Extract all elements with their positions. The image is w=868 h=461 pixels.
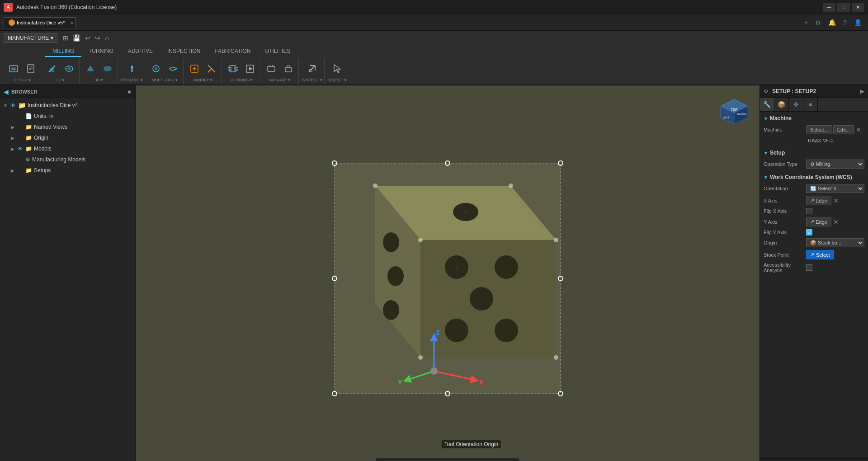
accessibility-checkbox[interactable]: [806, 264, 812, 271]
svg-rect-22: [268, 66, 275, 71]
drill-btn[interactable]: [124, 61, 140, 77]
folder-icon-setups: 📁: [25, 167, 32, 174]
notification-button[interactable]: 🔔: [826, 18, 839, 27]
tree-item-origin[interactable]: ▶ 📁 Origin: [0, 132, 135, 143]
svg-text:G1 G2: G1 G2: [228, 66, 238, 71]
document-tab[interactable]: Instructables Dice v5* ✕: [4, 17, 76, 28]
folder-icon-models: 📁: [25, 146, 32, 152]
close-button[interactable]: ✕: [852, 3, 864, 12]
save-button[interactable]: 💾: [71, 33, 82, 42]
tab-utilities[interactable]: UTILITIES: [258, 46, 298, 57]
svg-point-48: [470, 287, 493, 310]
panel-tab-post[interactable]: ≡: [803, 98, 818, 111]
setup-icon-btn[interactable]: G: [5, 61, 22, 77]
tool-label-text: Tool Orientation Origin: [444, 441, 498, 447]
drilling-group: DRILLING ▾: [119, 58, 145, 85]
tab-fabrication[interactable]: FABRICATION: [208, 46, 258, 57]
3d-icon-btn[interactable]: [82, 61, 99, 77]
app-icon: A: [4, 3, 13, 12]
tree-item-named-views[interactable]: ▶ 📁 Named Views: [0, 122, 135, 132]
setup-section: ▼ Setup Operation Type ⚙ Milling: [764, 150, 864, 169]
flip-x-control: [806, 208, 864, 214]
svg-point-66: [418, 238, 423, 242]
machine-btn[interactable]: [280, 61, 297, 77]
svg-point-47: [495, 255, 518, 279]
svg-marker-10: [87, 66, 94, 71]
sidebar-collapse-button[interactable]: ●: [127, 88, 132, 96]
viewport-toolbar: ⟳ ✥ ⊡ 🔍 ⬜ ⊞ 📦 🎨 ▭ ☀ ✨: [376, 458, 519, 461]
wcs-section-header[interactable]: ▼ Work Coordinate System (WCS): [764, 174, 864, 180]
new-tab-button[interactable]: +: [802, 18, 811, 27]
manage-group-label: MANAGE ▾: [269, 78, 291, 82]
origin-select[interactable]: 📦 Stock bo...: [806, 238, 864, 247]
x-axis-value: Edge: [816, 198, 827, 203]
panel-tab-stock[interactable]: 📦: [774, 98, 789, 111]
svg-point-54: [464, 210, 467, 214]
tab-turning[interactable]: TURNING: [81, 46, 121, 57]
undo-button[interactable]: ↩: [83, 33, 92, 42]
tree-item-root[interactable]: ▼ 👁 📁 Instructables Dice v4: [0, 100, 135, 111]
setup-doc-btn[interactable]: [23, 61, 39, 77]
grid-button[interactable]: ⊞: [61, 33, 70, 42]
select-btn[interactable]: [329, 61, 345, 77]
setup-section-header[interactable]: ▼ Setup: [764, 150, 864, 156]
tab-additive[interactable]: ADDITIVE: [121, 46, 160, 57]
tree-item-mfg-models[interactable]: ⚙ Manufacturing Models: [0, 154, 135, 165]
tree-item-models[interactable]: ▶ 👁 📁 Models: [0, 143, 135, 154]
panel-tab-position[interactable]: ✥: [789, 98, 803, 111]
2d-pocket-btn[interactable]: [61, 61, 77, 77]
viewport[interactable]: Z Y X Tool Orientation Origin: [136, 85, 760, 461]
x-axis-clear-btn[interactable]: ✕: [832, 197, 840, 204]
svg-rect-25: [285, 67, 292, 72]
modify-btn[interactable]: [186, 61, 203, 77]
y-axis-edge-btn[interactable]: ↗ Edge: [806, 217, 831, 226]
simulate-btn[interactable]: [242, 61, 258, 77]
maximize-button[interactable]: □: [837, 3, 850, 12]
panel-tab-setup[interactable]: 🔧: [760, 98, 774, 111]
setup-title: Setup: [770, 150, 785, 156]
machine-section-header[interactable]: ▼ Machine: [764, 115, 864, 122]
eye-icon[interactable]: 👁: [9, 103, 16, 108]
close-tab-icon[interactable]: ✕: [70, 20, 74, 25]
multiaxis2-btn[interactable]: [165, 61, 181, 77]
3d-parallel-btn[interactable]: [99, 61, 116, 77]
cursor-icon-select: ↗: [810, 252, 814, 258]
machine-field-label: Machine: [764, 127, 804, 132]
2d-icon-btn[interactable]: [44, 61, 60, 77]
minimize-button[interactable]: ─: [823, 3, 835, 12]
help-button[interactable]: ?: [840, 18, 849, 27]
tree-item-units[interactable]: 📄 Units: in: [0, 111, 135, 122]
actions-btn[interactable]: G1 G2: [225, 61, 241, 77]
orientation-select[interactable]: 🔄 Select X ...: [806, 184, 864, 193]
orientation-cube[interactable]: TOP LEFT FRONT: [716, 93, 752, 129]
user-button[interactable]: 👤: [851, 18, 864, 27]
back-icon[interactable]: ◀: [4, 88, 9, 95]
tab-actions: + ⚙ 🔔 ? 👤: [802, 18, 864, 27]
eye-icon-models[interactable]: 👁: [16, 146, 24, 151]
multiaxis-btn[interactable]: [148, 61, 164, 77]
svg-point-52: [387, 266, 404, 286]
manufacture-button[interactable]: MANUFACTURE ▾: [4, 33, 57, 43]
svg-text:Y: Y: [398, 379, 402, 386]
flip-y-checkbox[interactable]: [806, 229, 812, 235]
machine-select-btn[interactable]: Select...: [806, 125, 832, 134]
panel-expand-btn[interactable]: ▶: [860, 88, 864, 94]
tab-inspection[interactable]: INSPECTION: [160, 46, 208, 57]
trim-btn[interactable]: [203, 61, 220, 77]
machine-edit-btn[interactable]: Edit...: [833, 125, 854, 134]
op-type-select[interactable]: ⚙ Milling: [806, 160, 864, 169]
x-axis-edge-btn[interactable]: ↗ Edge: [806, 196, 831, 205]
tab-milling[interactable]: MILLING: [45, 46, 81, 57]
manage-btn[interactable]: [263, 61, 279, 77]
app-title: Autodesk Fusion 360 (Education License): [16, 4, 117, 10]
more-tabs-button[interactable]: ⚙: [812, 18, 824, 27]
inspect-btn[interactable]: [304, 61, 320, 77]
stock-point-select-btn[interactable]: ↗ Select: [806, 250, 834, 259]
home-button[interactable]: ⌂: [103, 33, 110, 42]
y-axis-clear-btn[interactable]: ✕: [832, 218, 840, 226]
expand-icon-models: ▶: [9, 146, 16, 151]
machine-clear-btn[interactable]: ✕: [855, 126, 862, 133]
tree-item-setups[interactable]: ▶ 📁 Setups: [0, 165, 135, 176]
redo-button[interactable]: ↪: [93, 33, 102, 42]
flip-x-checkbox[interactable]: [806, 208, 812, 214]
